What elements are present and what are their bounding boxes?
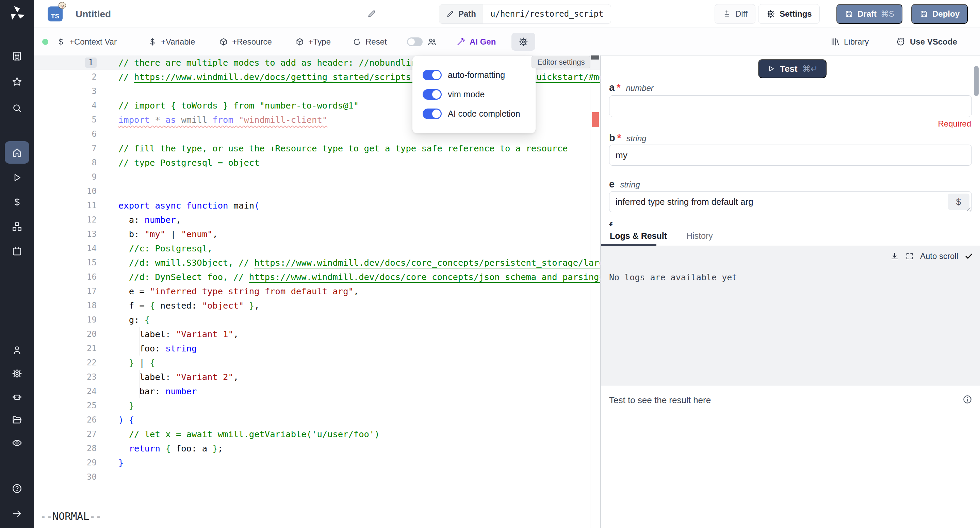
tab-logs-result[interactable]: Logs & Result: [610, 231, 667, 241]
panel-scrollbar-thumb[interactable]: [974, 66, 978, 96]
ai-gen-button[interactable]: AI Gen: [456, 28, 496, 56]
expand-logs-icon[interactable]: [905, 252, 914, 261]
code-line[interactable]: 28 return { foo: a };: [34, 441, 600, 456]
vscode-cat-icon: [896, 37, 906, 47]
toggle-vim-mode[interactable]: [423, 89, 442, 100]
field-a-required-error: Required: [938, 119, 971, 129]
path-field[interactable]: Path u/henri/restored_script: [439, 4, 611, 24]
gear-icon: [766, 9, 775, 19]
variable-picker-button[interactable]: $: [948, 194, 969, 210]
code-line[interactable]: 11export async function main(: [34, 198, 600, 213]
info-icon[interactable]: [962, 394, 972, 404]
sidebar-item-calendar-icon[interactable]: [10, 243, 24, 259]
line-number: 17: [34, 286, 102, 296]
sidebar-item-dollar-icon[interactable]: [10, 195, 24, 210]
code-text: e = "inferred type string from default a…: [118, 286, 359, 296]
draft-button[interactable]: Draft⌘S: [837, 4, 902, 24]
arguments-form: Test⌘↵ a*number Required b*string my est…: [601, 56, 980, 226]
code-line[interactable]: 30: [34, 470, 600, 484]
editor-settings-button[interactable]: [511, 33, 535, 51]
line-number: 26: [34, 415, 102, 425]
download-logs-icon[interactable]: [890, 252, 899, 261]
code-line[interactable]: 23 label: "Variant 2",: [34, 370, 600, 384]
field-a-input[interactable]: [609, 95, 972, 117]
code-text: }: [118, 458, 124, 468]
code-line[interactable]: 18 f = { nested: "object" },: [34, 298, 600, 313]
code-text: //d: DynSelect_foo, // https://www.windm…: [118, 272, 600, 282]
code-text: }: [118, 401, 134, 410]
code-text: f = { nested: "object" },: [118, 301, 259, 311]
reset-button[interactable]: Reset: [353, 28, 387, 56]
sidebar-item-user-icon[interactable]: [10, 343, 24, 358]
line-number: 7: [34, 143, 102, 153]
editor-settings-dropdown: auto-formattingvim modeAI code completio…: [412, 56, 536, 134]
sidebar-item-boxes-icon[interactable]: [10, 219, 24, 234]
code-line[interactable]: 20 label: "Variant 1",: [34, 327, 600, 341]
editor-scrollbar-thumb[interactable]: [591, 56, 599, 60]
code-line[interactable]: 21 foo: string: [34, 341, 600, 356]
line-number: 6: [34, 129, 102, 139]
code-line[interactable]: 8// type Postgresql = object: [34, 156, 600, 170]
code-line[interactable]: 17 e = "inferred type string from defaul…: [34, 284, 600, 298]
code-text: ) {: [118, 415, 134, 425]
line-number: 10: [34, 186, 102, 196]
result-placeholder: Test to see the result here: [609, 395, 711, 406]
code-line[interactable]: 16 //d: DynSelect_foo, // https://www.wi…: [34, 270, 600, 284]
code-line[interactable]: 25 }: [34, 398, 600, 413]
save-icon: [845, 10, 853, 18]
code-line[interactable]: 14 //c: Postgresql,: [34, 241, 600, 256]
path-label: Path: [458, 9, 476, 19]
diff-button[interactable]: Diff: [714, 4, 756, 24]
windmill-logo[interactable]: [8, 5, 26, 22]
setting-label: AI code completion: [448, 109, 520, 119]
line-number: 20: [34, 329, 102, 339]
add-variable-button[interactable]: +Variable: [148, 28, 195, 56]
setting-row: vim mode: [423, 85, 525, 104]
code-line[interactable]: 15 //d: wmill.S3Object, // https://www.w…: [34, 256, 600, 270]
edit-summary-pencil-icon[interactable]: [367, 9, 376, 19]
code-line[interactable]: 7// fill the type, or use the +Resource …: [34, 141, 600, 156]
line-number: 21: [34, 344, 102, 353]
sidebar-item-arrow-right-icon[interactable]: [10, 506, 24, 521]
code-line[interactable]: 13 b: "my" | "enum",: [34, 227, 600, 241]
code-line[interactable]: 22 } | {: [34, 356, 600, 370]
deploy-button[interactable]: Deploy: [911, 4, 968, 24]
field-e-input[interactable]: inferred type string from default arg $: [609, 191, 972, 212]
sidebar-item-star-icon[interactable]: [10, 74, 24, 89]
sidebar-item-folder-icon[interactable]: [10, 412, 24, 427]
result-area: Test to see the result here: [601, 386, 980, 528]
code-line[interactable]: 9: [34, 170, 600, 184]
bun-runtime-icon: [59, 2, 66, 9]
autoscroll-check-icon[interactable]: [964, 252, 973, 261]
library-button[interactable]: Library: [830, 28, 869, 56]
add-resource-button[interactable]: +Resource: [219, 28, 272, 56]
code-line[interactable]: 29}: [34, 456, 600, 470]
sidebar-item-help-icon[interactable]: [10, 481, 24, 496]
use-vscode-button[interactable]: Use VScode: [896, 28, 957, 56]
multiplayer-toggle[interactable]: [407, 37, 423, 46]
test-button[interactable]: Test⌘↵: [758, 59, 827, 78]
code-line[interactable]: 26) {: [34, 413, 600, 427]
code-line[interactable]: 27 // let x = await wmill.getVariable('u…: [34, 427, 600, 441]
field-f-label: f: [609, 221, 612, 226]
code-line[interactable]: 19 g: {: [34, 313, 600, 327]
sidebar-item-home-icon[interactable]: [10, 145, 24, 160]
sidebar-item-search-icon[interactable]: [10, 101, 24, 116]
field-b-input[interactable]: my: [609, 145, 972, 166]
sidebar-item-play-icon[interactable]: [10, 170, 24, 185]
toggle-auto-formatting[interactable]: [423, 70, 442, 80]
code-line[interactable]: 12 a: number,: [34, 213, 600, 227]
settings-button[interactable]: Settings: [758, 4, 820, 24]
sidebar-item-building-icon[interactable]: [10, 49, 24, 64]
add-context-var-button[interactable]: +Context Var: [56, 28, 117, 56]
add-type-button[interactable]: +Type: [295, 28, 331, 56]
sidebar-item-gear-icon[interactable]: [10, 366, 24, 381]
logs-empty-message: No logs are available yet: [609, 272, 737, 282]
line-number: 27: [34, 429, 102, 439]
code-line[interactable]: 24 bar: number: [34, 384, 600, 398]
sidebar-item-bot-icon[interactable]: [10, 389, 24, 404]
sidebar-item-eye-icon[interactable]: [10, 436, 24, 450]
toggle-AI-code-completion[interactable]: [423, 108, 442, 119]
code-line[interactable]: 10: [34, 184, 600, 198]
tab-history[interactable]: History: [686, 231, 713, 241]
